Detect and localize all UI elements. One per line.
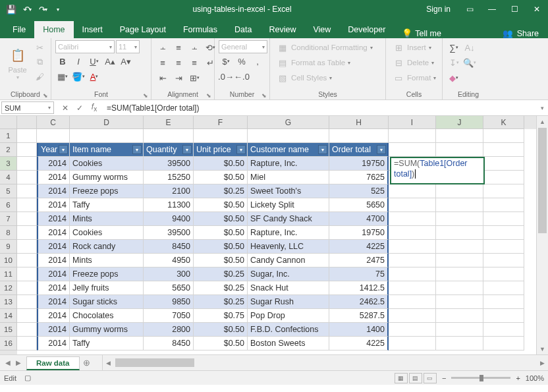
decrease-font-button[interactable]: A▾ xyxy=(119,54,133,69)
sort-filter-button[interactable]: A↓ xyxy=(462,40,477,55)
table-cell[interactable]: 2462.5 xyxy=(329,295,389,309)
merge-button[interactable]: ⊞▾ xyxy=(187,70,202,85)
alignment-launcher[interactable]: ⬊ xyxy=(206,92,211,99)
row-header[interactable]: 2 xyxy=(0,143,17,157)
table-cell[interactable]: 2014 xyxy=(37,240,70,254)
table-cell[interactable]: 39500 xyxy=(144,157,194,171)
col-header[interactable]: C xyxy=(37,116,70,129)
table-cell[interactable]: Lickety Split xyxy=(248,198,329,212)
table-cell[interactable]: 19750 xyxy=(329,157,389,171)
font-color-button[interactable]: A▾ xyxy=(87,69,101,84)
table-cell[interactable]: 9400 xyxy=(144,212,194,226)
number-format-select[interactable]: General▾ xyxy=(219,40,267,53)
table-cell[interactable]: 1412.5 xyxy=(329,281,389,295)
col-header[interactable]: J xyxy=(436,116,483,129)
hscroll-thumb[interactable] xyxy=(115,358,194,367)
tab-view[interactable]: View xyxy=(304,21,339,38)
font-family-select[interactable]: Calibri▾ xyxy=(55,40,115,53)
table-cell[interactable]: Cookies xyxy=(70,226,144,240)
decrease-decimal-button[interactable]: ←.0 xyxy=(234,69,249,84)
table-header[interactable]: Order total▾ xyxy=(329,143,389,157)
table-cell[interactable]: $0.25 xyxy=(194,267,248,281)
share-button[interactable]: 👥Share xyxy=(493,28,548,38)
font-launcher[interactable]: ⬊ xyxy=(143,92,148,99)
table-cell[interactable]: 525 xyxy=(329,184,389,198)
fill-color-button[interactable]: 🪣▾ xyxy=(71,69,86,84)
undo-button[interactable]: ↶▾ xyxy=(20,2,34,16)
table-cell[interactable]: SF Candy Shack xyxy=(248,212,329,226)
table-cell[interactable]: 300 xyxy=(144,267,194,281)
row-header[interactable]: 16 xyxy=(0,337,17,350)
table-cell[interactable]: Pop Drop xyxy=(248,309,329,323)
font-size-select[interactable]: 11▾ xyxy=(116,40,140,53)
paste-button[interactable]: 📋 Paste ▾ xyxy=(4,40,31,86)
table-cell[interactable]: F.B.D. Confections xyxy=(248,323,329,337)
tab-data[interactable]: Data xyxy=(226,21,260,38)
sheet-tab[interactable]: Raw data xyxy=(26,356,80,370)
table-cell[interactable]: 39500 xyxy=(144,226,194,240)
row-header[interactable]: 5 xyxy=(0,184,17,198)
row-header[interactable]: 12 xyxy=(0,281,17,295)
table-cell[interactable]: $0.50 xyxy=(194,157,248,171)
table-header[interactable]: Year▾ xyxy=(37,143,70,157)
maximize-button[interactable]: ☐ xyxy=(503,0,526,18)
table-cell[interactable]: 4950 xyxy=(144,254,194,267)
table-cell[interactable]: 7050 xyxy=(144,309,194,323)
col-header[interactable]: K xyxy=(483,116,524,129)
align-bottom-button[interactable]: ⫠ xyxy=(187,40,202,55)
filter-icon[interactable]: ▾ xyxy=(236,145,246,154)
table-cell[interactable]: Candy Cannon xyxy=(248,254,329,267)
row-header[interactable]: 3 xyxy=(0,157,17,171)
fx-button[interactable]: fx xyxy=(87,102,101,113)
table-cell[interactable]: Taffy xyxy=(70,198,144,212)
table-cell[interactable]: 2800 xyxy=(144,323,194,337)
clear-button[interactable]: ◆▾ xyxy=(447,70,461,85)
macro-record-icon[interactable]: ▢ xyxy=(24,374,31,382)
table-cell[interactable]: 2014 xyxy=(37,254,70,267)
select-all-corner[interactable] xyxy=(0,116,17,129)
zoom-slider[interactable] xyxy=(451,377,510,379)
table-cell[interactable]: 2014 xyxy=(37,171,70,184)
filter-icon[interactable]: ▾ xyxy=(182,145,192,154)
table-cell[interactable]: 75 xyxy=(329,267,389,281)
table-cell[interactable]: Mints xyxy=(70,254,144,267)
row-header[interactable]: 1 xyxy=(0,129,17,143)
table-cell[interactable]: Freeze pops xyxy=(70,267,144,281)
table-cell[interactable]: Taffy xyxy=(70,337,144,350)
table-cell[interactable]: $0.50 xyxy=(194,198,248,212)
table-cell[interactable]: 7625 xyxy=(329,171,389,184)
table-cell[interactable]: 19750 xyxy=(329,226,389,240)
tab-file[interactable]: File xyxy=(4,21,34,38)
increase-decimal-button[interactable]: .0→ xyxy=(219,69,233,84)
number-launcher[interactable]: ⬊ xyxy=(261,92,267,99)
table-cell[interactable]: 1400 xyxy=(329,323,389,337)
table-cell[interactable]: Cookies xyxy=(70,157,144,171)
align-top-button[interactable]: ⫠ xyxy=(155,40,170,55)
col-header[interactable]: E xyxy=(144,116,194,129)
active-cell-content[interactable]: =SUM(Table1[Order total]) xyxy=(392,157,484,181)
table-header[interactable]: Quantity▾ xyxy=(144,143,194,157)
table-cell[interactable]: Boston Sweets xyxy=(248,337,329,350)
filter-icon[interactable]: ▾ xyxy=(59,145,68,154)
table-cell[interactable]: $0.50 xyxy=(194,240,248,254)
table-cell[interactable]: $0.50 xyxy=(194,226,248,240)
table-cell[interactable]: 5650 xyxy=(144,281,194,295)
scroll-right-button[interactable]: ▶ xyxy=(537,357,548,368)
align-middle-button[interactable]: ≡ xyxy=(171,40,186,55)
format-as-table-button[interactable]: ▤Format as Table▾ xyxy=(274,55,353,70)
zoom-out-button[interactable]: − xyxy=(442,374,446,382)
table-cell[interactable]: Gummy worms xyxy=(70,323,144,337)
tab-insert[interactable]: Insert xyxy=(74,21,111,38)
table-cell[interactable]: 9850 xyxy=(144,295,194,309)
table-cell[interactable]: Snack Hut xyxy=(248,281,329,295)
table-header[interactable]: Item name▾ xyxy=(70,143,144,157)
zoom-level[interactable]: 100% xyxy=(526,374,544,382)
table-cell[interactable]: Sugar sticks xyxy=(70,295,144,309)
name-box[interactable]: SUM▾ xyxy=(1,101,54,114)
tab-developer[interactable]: Developer xyxy=(339,21,394,38)
table-cell[interactable]: $0.25 xyxy=(194,281,248,295)
autosum-button[interactable]: ∑▾ xyxy=(447,40,461,55)
table-header[interactable]: Customer name▾ xyxy=(248,143,329,157)
bold-button[interactable]: B xyxy=(55,54,70,69)
table-cell[interactable]: 2014 xyxy=(37,267,70,281)
